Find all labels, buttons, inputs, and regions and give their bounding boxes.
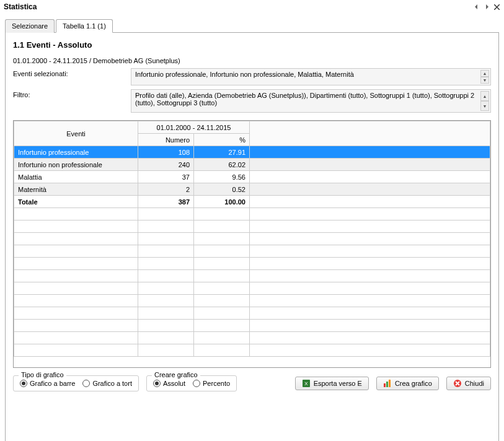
cell-pct: 62.02 (194, 159, 250, 171)
close-red-icon (453, 379, 462, 388)
spinner-up-icon[interactable]: ▲ (480, 70, 489, 77)
spinner-up-icon[interactable]: ▲ (480, 91, 489, 101)
cell-numero: 387 (138, 196, 194, 208)
th-pct[interactable]: % (194, 134, 250, 146)
svg-rect-3 (386, 382, 388, 387)
tab-content: 1.1 Eventi - Assoluto 01.01.2000 - 24.11… (5, 33, 499, 441)
table-total-row: Totale387100.00 (14, 196, 490, 208)
date-range-meta: 01.01.2000 - 24.11.2015 / Demobetrieb AG… (13, 57, 491, 64)
radio-dot-icon (82, 380, 90, 387)
radio-dot-icon (20, 380, 27, 387)
table-row-empty (14, 245, 490, 258)
cell-label: Totale (14, 196, 138, 208)
svg-rect-4 (389, 380, 391, 387)
table-row-empty (14, 282, 490, 295)
eventi-selezionati-label: Eventi selezionati: (13, 68, 131, 85)
tab-selezionare[interactable]: Selezionare (5, 19, 55, 33)
excel-icon: X (302, 379, 311, 388)
radio-label: Assolut (163, 380, 185, 387)
table-row-empty (14, 208, 490, 220)
filtro-text: Profilo dati (alle), Azienda (Demobetrie… (135, 92, 474, 107)
esporta-label: Esporta verso E (314, 380, 362, 387)
chiudi-label: Chiudi (465, 380, 484, 387)
radio-label: Grafico a barre (30, 380, 75, 387)
cell-numero: 240 (138, 159, 194, 171)
filtro-label: Filtro: (13, 89, 131, 113)
next-icon[interactable] (483, 3, 490, 11)
section-title: 1.1 Eventi - Assoluto (13, 40, 491, 50)
close-icon[interactable] (493, 3, 500, 11)
tipo-grafico-radio[interactable]: Grafico a tort (82, 380, 132, 387)
data-table: Eventi 01.01.2000 - 24.11.2015 Numero % … (13, 120, 491, 368)
tab-tabella[interactable]: Tabella 1.1 (1) (56, 19, 113, 33)
radio-dot-icon (193, 380, 200, 387)
tab-bar: Selezionare Tabella 1.1 (1) (5, 19, 499, 33)
esporta-button[interactable]: X Esporta verso E (295, 377, 369, 390)
table-row-empty (14, 344, 490, 357)
crea-grafico-button[interactable]: Crea grafico (376, 377, 439, 390)
creare-grafico-title: Creare grafico (152, 371, 200, 378)
cell-pct: 100.00 (194, 196, 250, 208)
table-row-empty (14, 220, 490, 233)
tipo-grafico-title: Tipo di grafico (19, 371, 66, 378)
cell-pct: 9.56 (194, 171, 250, 183)
chiudi-button[interactable]: Chiudi (446, 377, 491, 390)
tipo-grafico-group: Tipo di grafico Grafico a barreGrafico a… (13, 375, 139, 391)
cell-label: Infortunio professionale (14, 146, 138, 159)
cell-pct: 27.91 (194, 146, 250, 159)
cell-empty (250, 159, 490, 171)
eventi-selezionati-text: Infortunio professionale, Infortunio non… (135, 71, 354, 78)
table-row[interactable]: Infortunio non professionale24062.02 (14, 159, 490, 171)
table-row[interactable]: Maternità20.52 (14, 183, 490, 196)
table-row[interactable]: Infortunio professionale10827.91 (14, 146, 490, 159)
svg-rect-2 (384, 383, 386, 387)
table-row-empty (14, 320, 490, 332)
prev-icon[interactable] (473, 3, 480, 11)
cell-empty (250, 183, 490, 196)
table-row-empty (14, 233, 490, 245)
cell-empty (250, 171, 490, 183)
table-row-empty (14, 295, 490, 307)
svg-text:X: X (304, 381, 308, 386)
creare-grafico-radio[interactable]: Percento (193, 380, 230, 387)
window-title: Statistica (4, 2, 37, 11)
th-period[interactable]: 01.01.2000 - 24.11.2015 (138, 121, 250, 134)
cell-label: Maternità (14, 183, 138, 196)
eventi-selezionati-value[interactable]: Infortunio professionale, Infortunio non… (131, 68, 491, 85)
window-controls (473, 3, 500, 11)
cell-numero: 2 (138, 183, 194, 196)
chart-icon (383, 379, 392, 388)
th-numero[interactable]: Numero (138, 134, 194, 146)
table-row-empty (14, 258, 490, 270)
crea-grafico-label: Crea grafico (395, 380, 432, 387)
spinner-down-icon[interactable]: ▼ (480, 77, 489, 84)
cell-numero: 108 (138, 146, 194, 159)
creare-grafico-radio[interactable]: Assolut (153, 380, 185, 387)
tipo-grafico-radio[interactable]: Grafico a barre (20, 380, 75, 387)
cell-numero: 37 (138, 171, 194, 183)
cell-empty (250, 146, 490, 159)
creare-grafico-group: Creare grafico AssolutPercento (146, 375, 237, 391)
radio-label: Grafico a tort (92, 380, 132, 387)
table-row-empty (14, 332, 490, 344)
cell-label: Infortunio non professionale (14, 159, 138, 171)
cell-pct: 0.52 (194, 183, 250, 196)
radio-label: Percento (203, 380, 230, 387)
radio-dot-icon (153, 380, 161, 387)
table-row[interactable]: Malattia379.56 (14, 171, 490, 183)
cell-empty (250, 196, 490, 208)
filtro-value[interactable]: Profilo dati (alle), Azienda (Demobetrie… (131, 89, 491, 113)
table-row-empty (14, 270, 490, 282)
th-eventi[interactable]: Eventi (14, 121, 138, 146)
th-empty (250, 121, 490, 146)
cell-label: Malattia (14, 171, 138, 183)
table-row-empty (14, 307, 490, 320)
spinner-down-icon[interactable]: ▼ (480, 101, 489, 111)
